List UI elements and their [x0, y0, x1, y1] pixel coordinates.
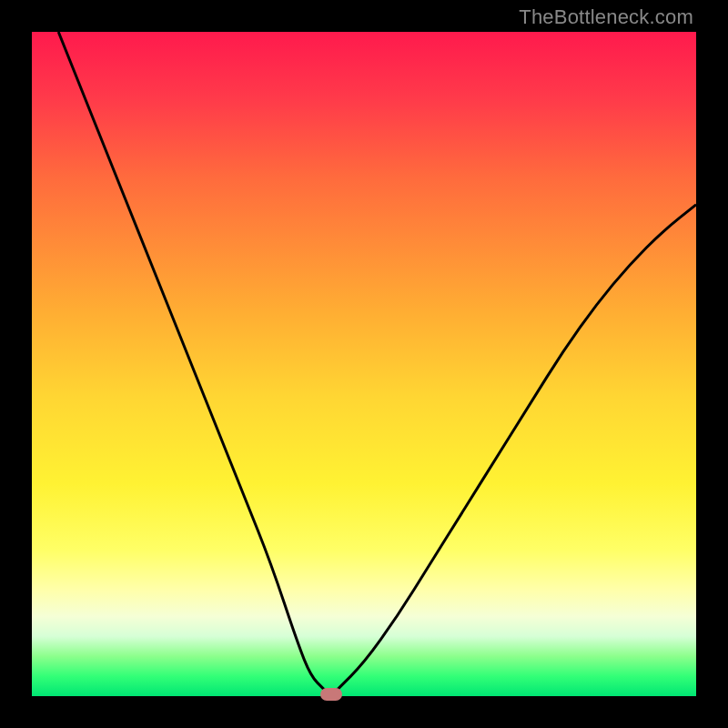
minimum-marker [320, 688, 342, 701]
watermark-text: TheBottleneck.com [519, 5, 693, 29]
bottleneck-curve [32, 32, 696, 696]
chart-frame: TheBottleneck.com [0, 0, 728, 728]
